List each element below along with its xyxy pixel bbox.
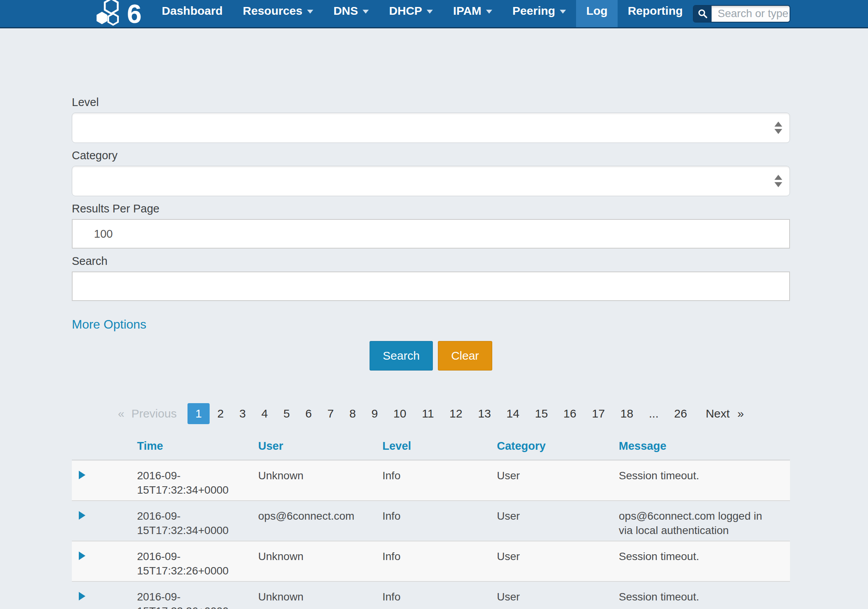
category-select-wrap (72, 166, 790, 196)
level-select[interactable] (72, 113, 790, 143)
expand-cell (72, 541, 137, 581)
column-header-expand (72, 436, 137, 460)
table-row: 2016-09-15T17:32:26+0000 Unknown Info Us… (72, 581, 790, 609)
caret-down-icon (363, 10, 369, 14)
page: 6 Dashboard Resources DNS DHCP IPAM Peer… (0, 0, 868, 609)
log-table: TimeUserLevelCategoryMessage 2016-09-15T… (72, 436, 790, 609)
pagination-page-8[interactable]: 8 (342, 403, 364, 424)
search-input[interactable] (72, 271, 790, 301)
level-label: Level (72, 95, 790, 109)
column-header-level[interactable]: Level (382, 436, 497, 460)
pagination-page-12[interactable]: 12 (442, 403, 470, 424)
pagination-page-13[interactable]: 13 (470, 403, 498, 424)
nav-item-dhcp[interactable]: DHCP (379, 0, 443, 27)
nav-item-ipam[interactable]: IPAM (443, 0, 502, 27)
logo-text: 6 (127, 0, 141, 28)
pagination-next[interactable]: Next» (698, 403, 752, 424)
pagination-page-5[interactable]: 5 (276, 403, 298, 424)
expand-arrow-icon[interactable] (79, 471, 85, 479)
expand-cell (72, 581, 137, 609)
caret-down-icon (307, 10, 313, 14)
column-header-user[interactable]: User (258, 436, 382, 460)
cell-message: Session timeout. (619, 581, 790, 609)
pagination-page-3[interactable]: 3 (232, 403, 254, 424)
caret-down-icon (560, 10, 566, 14)
pagination-page-18[interactable]: 18 (613, 403, 641, 424)
cell-category: User (497, 501, 619, 541)
magnifier-icon[interactable] (694, 6, 712, 22)
cell-category: User (497, 541, 619, 581)
column-header-time[interactable]: Time (137, 436, 258, 460)
expand-cell (72, 501, 137, 541)
navbar-search-input[interactable] (712, 6, 790, 22)
caret-down-icon (427, 10, 433, 14)
cell-level: Info (382, 541, 497, 581)
nav-item-dns[interactable]: DNS (323, 0, 379, 27)
search-label: Search (72, 254, 790, 268)
cell-user: Unknown (258, 460, 382, 501)
pagination-page-15[interactable]: 15 (527, 403, 556, 424)
nav-item-reporting[interactable]: Reporting (618, 0, 693, 27)
pagination-page-26[interactable]: 26 (667, 403, 695, 424)
pagination-page-16[interactable]: 16 (556, 403, 584, 424)
select-stepper-icon (774, 175, 782, 187)
results-per-page-label: Results Per Page (72, 202, 790, 216)
expand-arrow-icon[interactable] (79, 511, 85, 520)
pagination-page-9[interactable]: 9 (364, 403, 386, 424)
column-header-message[interactable]: Message (619, 436, 790, 460)
stepper-up-icon (774, 122, 782, 127)
pagination-page-4[interactable]: 4 (253, 403, 276, 424)
expand-arrow-icon[interactable] (79, 592, 85, 600)
table-row: 2016-09-15T17:32:26+0000 Unknown Info Us… (72, 541, 790, 581)
cell-user: ops@6connect.com (258, 501, 382, 541)
cell-time: 2016-09-15T17:32:34+0000 (137, 460, 258, 501)
pagination-page-14[interactable]: 14 (499, 403, 527, 424)
cell-message: Session timeout. (619, 541, 790, 581)
pagination: «Previous123456789101112131415161718...2… (72, 403, 790, 424)
nav-item-resources[interactable]: Resources (233, 0, 323, 27)
cell-level: Info (382, 460, 497, 501)
cell-message: ops@6connect.com logged in via local aut… (619, 501, 790, 541)
pagination-page-1[interactable]: 1 (187, 403, 210, 424)
pagination-page-10[interactable]: 10 (385, 403, 414, 424)
pagination-previous: «Previous (110, 403, 184, 424)
table-row: 2016-09-15T17:32:34+0000 Unknown Info Us… (72, 460, 790, 501)
nav-item-log[interactable]: Log (576, 0, 618, 27)
pagination-page-7[interactable]: 7 (319, 403, 342, 424)
log-search-panel: Level Category Results Per Page Search M… (72, 28, 790, 609)
nav-item-peering[interactable]: Peering (502, 0, 576, 27)
pagination-ellipsis: ... (641, 403, 666, 424)
expand-arrow-icon[interactable] (79, 552, 85, 560)
expand-cell (72, 460, 137, 501)
cell-user: Unknown (258, 581, 382, 609)
nav-item-dashboard[interactable]: Dashboard (152, 0, 233, 27)
table-row: 2016-09-15T17:32:34+0000 ops@6connect.co… (72, 501, 790, 541)
logo-hexagons-icon (95, 0, 126, 29)
level-select-wrap (72, 113, 790, 143)
category-select[interactable] (72, 166, 790, 196)
category-label: Category (72, 148, 790, 162)
stepper-down-icon (774, 182, 782, 187)
more-options-link[interactable]: More Options (72, 317, 146, 332)
cell-level: Info (382, 501, 497, 541)
results-per-page-input[interactable] (72, 219, 790, 249)
cell-user: Unknown (258, 541, 382, 581)
clear-button[interactable]: Clear (438, 341, 492, 371)
top-navbar: 6 Dashboard Resources DNS DHCP IPAM Peer… (0, 0, 868, 28)
caret-down-icon (486, 10, 492, 14)
select-stepper-icon (774, 122, 782, 134)
cell-time: 2016-09-15T17:32:26+0000 (137, 541, 258, 581)
main-nav: Dashboard Resources DNS DHCP IPAM Peerin… (152, 0, 693, 27)
table-header-row: TimeUserLevelCategoryMessage (72, 436, 790, 460)
app-logo[interactable]: 6 (95, 0, 141, 27)
cell-level: Info (382, 581, 497, 609)
column-header-category[interactable]: Category (497, 436, 619, 460)
pagination-page-2[interactable]: 2 (210, 403, 232, 424)
form-buttons: Search Clear (72, 341, 790, 371)
pagination-page-11[interactable]: 11 (414, 403, 442, 424)
cell-time: 2016-09-15T17:32:26+0000 (137, 581, 258, 609)
cell-category: User (497, 581, 619, 609)
search-button[interactable]: Search (370, 341, 433, 371)
pagination-page-6[interactable]: 6 (298, 403, 320, 424)
pagination-page-17[interactable]: 17 (584, 403, 613, 424)
